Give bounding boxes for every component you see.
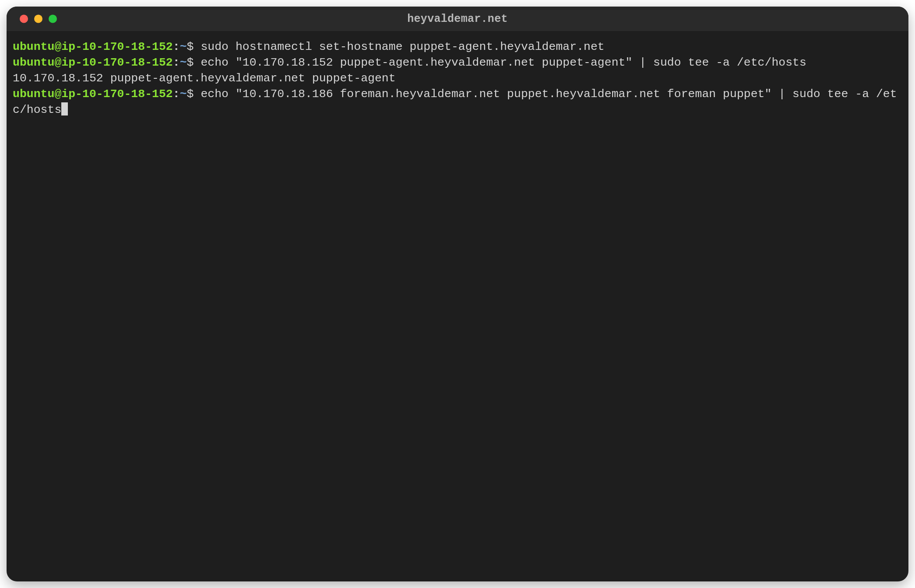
prompt-symbol: $ xyxy=(187,56,194,69)
prompt-symbol: $ xyxy=(187,40,194,53)
command-2: echo "10.170.18.152 puppet-agent.heyvald… xyxy=(201,56,806,69)
window-title: heyvaldemar.net xyxy=(7,13,908,25)
close-icon[interactable] xyxy=(20,15,28,23)
prompt-user-host: ubuntu@ip-10-170-18-152 xyxy=(13,40,173,53)
command-1: sudo hostnamectl set-hostname puppet-age… xyxy=(201,40,604,53)
prompt-separator: : xyxy=(173,56,180,69)
prompt-path: ~ xyxy=(180,40,187,53)
prompt-user-host: ubuntu@ip-10-170-18-152 xyxy=(13,56,173,69)
traffic-lights xyxy=(20,15,57,23)
zoom-icon[interactable] xyxy=(49,15,57,23)
terminal-body[interactable]: ubuntu@ip-10-170-18-152:~$ sudo hostname… xyxy=(7,31,908,581)
prompt-path: ~ xyxy=(180,88,187,101)
prompt-symbol: $ xyxy=(187,88,194,101)
prompt-user-host: ubuntu@ip-10-170-18-152 xyxy=(13,88,173,101)
titlebar[interactable]: heyvaldemar.net xyxy=(7,7,908,31)
prompt-path: ~ xyxy=(180,56,187,69)
prompt-separator: : xyxy=(173,88,180,101)
cursor-icon xyxy=(61,102,68,116)
minimize-icon[interactable] xyxy=(34,15,42,23)
terminal-window: heyvaldemar.net ubuntu@ip-10-170-18-152:… xyxy=(7,7,908,581)
prompt-separator: : xyxy=(173,40,180,53)
output-2: 10.170.18.152 puppet-agent.heyvaldemar.n… xyxy=(13,72,396,85)
